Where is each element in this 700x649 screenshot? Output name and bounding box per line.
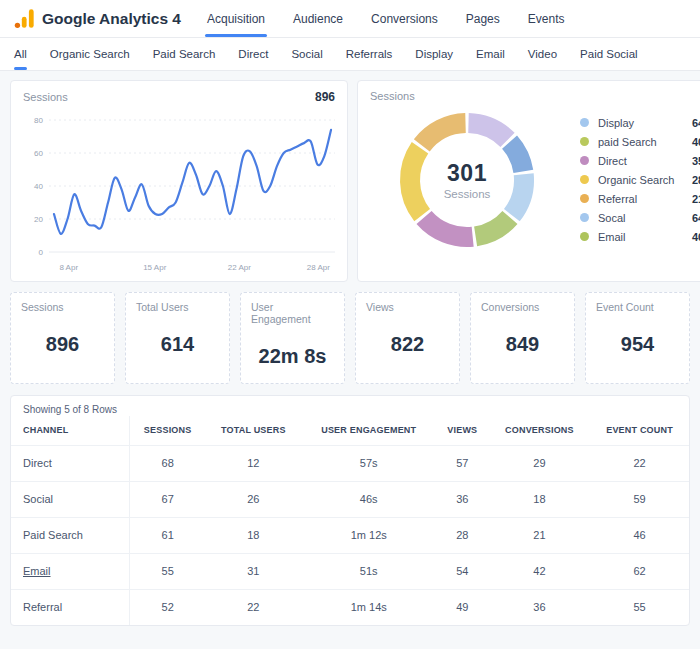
channel-label: Social: [23, 493, 53, 505]
legend-value: 40: [692, 136, 700, 148]
metric-cell: 57: [436, 446, 489, 482]
channel-label: Direct: [23, 457, 52, 469]
legend-dot-icon: [580, 232, 589, 241]
metric-cell: 59: [590, 482, 689, 518]
kpi-label: Sessions: [21, 301, 104, 313]
metric-cell: 22: [205, 590, 301, 626]
table-row-paid-search[interactable]: Paid Search61181m 12s282146: [11, 518, 689, 554]
table-row-email[interactable]: Email553151s544262: [11, 554, 689, 590]
metric-cell: 28: [436, 518, 489, 554]
brand: Google Analytics 4: [14, 0, 181, 37]
filter-item-organic-search[interactable]: Organic Search: [50, 38, 130, 70]
legend-dot-icon: [580, 194, 589, 203]
table-row-direct[interactable]: Direct681257s572922: [11, 446, 689, 482]
column-header-views[interactable]: Views: [436, 416, 489, 446]
channel-label: Paid Search: [23, 529, 83, 541]
filter-item-all[interactable]: All: [14, 38, 27, 70]
donut-box: 301 Sessions: [392, 105, 542, 255]
kpi-row: Sessions896Total Users614User Engagement…: [10, 292, 690, 384]
channels-table: ChannelSessionsTotal UsersUser Engagemen…: [11, 416, 689, 625]
donut-wrap: 301 Sessions Display64paid Search40Direc…: [370, 102, 700, 255]
metric-cell: 51s: [302, 554, 436, 590]
tab-audience[interactable]: Audience: [293, 0, 343, 37]
metric-cell: 55: [130, 554, 206, 590]
column-header-event-count[interactable]: Event Count: [590, 416, 689, 446]
svg-text:20: 20: [34, 215, 43, 224]
tab-conversions[interactable]: Conversions: [371, 0, 438, 37]
kpi-label: Views: [366, 301, 449, 313]
charts-row: Sessions 896 0204060808 Apr15 Apr22 Apr2…: [10, 80, 690, 282]
filter-item-paid-search[interactable]: Paid Search: [153, 38, 216, 70]
filter-item-paid-social[interactable]: Paid Social: [580, 38, 638, 70]
metric-cell: 1m 12s: [302, 518, 436, 554]
column-header-conversions[interactable]: Conversions: [489, 416, 590, 446]
kpi-value: 822: [366, 333, 449, 356]
svg-text:28 Apr: 28 Apr: [307, 263, 330, 272]
legend-value: 28: [692, 174, 700, 186]
channel-cell[interactable]: Email: [11, 554, 130, 590]
channel-cell[interactable]: Social: [11, 482, 130, 518]
filter-item-video[interactable]: Video: [528, 38, 557, 70]
table-row-social[interactable]: Social672646s361859: [11, 482, 689, 518]
legend-dot-icon: [580, 137, 589, 146]
line-card-title: Sessions: [23, 91, 68, 103]
column-header-total-users[interactable]: Total Users: [205, 416, 301, 446]
legend-value: 64: [692, 117, 700, 129]
metric-cell: 54: [436, 554, 489, 590]
filter-item-display[interactable]: Display: [415, 38, 453, 70]
kpi-card-total-users: Total Users614: [125, 292, 230, 384]
legend-value: 35: [692, 155, 700, 167]
metric-cell: 46: [590, 518, 689, 554]
google-analytics-logo-icon: [14, 8, 35, 29]
kpi-value: 849: [481, 333, 564, 356]
sessions-line-card: Sessions 896 0204060808 Apr15 Apr22 Apr2…: [10, 80, 348, 282]
filter-item-email[interactable]: Email: [476, 38, 505, 70]
legend-label: Organic Search: [598, 174, 692, 186]
filter-bar: AllOrganic SearchPaid SearchDirectSocial…: [0, 38, 700, 71]
column-header-channel[interactable]: Channel: [11, 416, 130, 446]
kpi-label: Event Count: [596, 301, 679, 313]
metric-cell: 61: [130, 518, 206, 554]
kpi-label: Total Users: [136, 301, 219, 313]
filter-item-social[interactable]: Social: [291, 38, 322, 70]
metric-cell: 12: [205, 446, 301, 482]
table-row-referral[interactable]: Referral52221m 14s493655: [11, 590, 689, 626]
column-header-sessions[interactable]: Sessions: [130, 416, 206, 446]
legend-value: 21: [692, 193, 700, 205]
table-row-count: Showing 5 of 8 Rows: [11, 404, 689, 415]
tab-acquisition[interactable]: Acquisition: [207, 0, 265, 37]
legend-dot-icon: [580, 118, 589, 127]
legend-dot-icon: [580, 175, 589, 184]
channel-cell[interactable]: Direct: [11, 446, 130, 482]
metric-cell: 49: [436, 590, 489, 626]
legend-dot-icon: [580, 213, 589, 222]
column-header-user-engagement[interactable]: User Engagement: [302, 416, 436, 446]
metric-cell: 1m 14s: [302, 590, 436, 626]
kpi-value: 22m 8s: [251, 345, 334, 368]
tab-events[interactable]: Events: [528, 0, 565, 37]
filter-item-referrals[interactable]: Referrals: [346, 38, 393, 70]
svg-text:8 Apr: 8 Apr: [59, 263, 78, 272]
channel-label: Referral: [23, 601, 62, 613]
top-navigation: Google Analytics 4 AcquisitionAudienceCo…: [0, 0, 700, 38]
tab-pages[interactable]: Pages: [466, 0, 500, 37]
filter-item-direct[interactable]: Direct: [238, 38, 268, 70]
line-card-header: Sessions 896: [23, 90, 335, 104]
metric-cell: 67: [130, 482, 206, 518]
channel-cell[interactable]: Referral: [11, 590, 130, 626]
legend-dot-icon: [580, 156, 589, 165]
kpi-card-views: Views822: [355, 292, 460, 384]
dashboard-content: Sessions 896 0204060808 Apr15 Apr22 Apr2…: [0, 71, 700, 649]
metric-cell: 55: [590, 590, 689, 626]
legend-label: Display: [598, 117, 692, 129]
metric-cell: 52: [130, 590, 206, 626]
legend-label: Referral: [598, 193, 692, 205]
kpi-card-user-engagement: User Engagement22m 8s: [240, 292, 345, 384]
metric-cell: 26: [205, 482, 301, 518]
legend-value: 64: [692, 212, 700, 224]
kpi-card-conversions: Conversions849: [470, 292, 575, 384]
metric-cell: 29: [489, 446, 590, 482]
legend-item-organic-search: Organic Search28: [580, 174, 700, 186]
metric-cell: 22: [590, 446, 689, 482]
channel-cell[interactable]: Paid Search: [11, 518, 130, 554]
